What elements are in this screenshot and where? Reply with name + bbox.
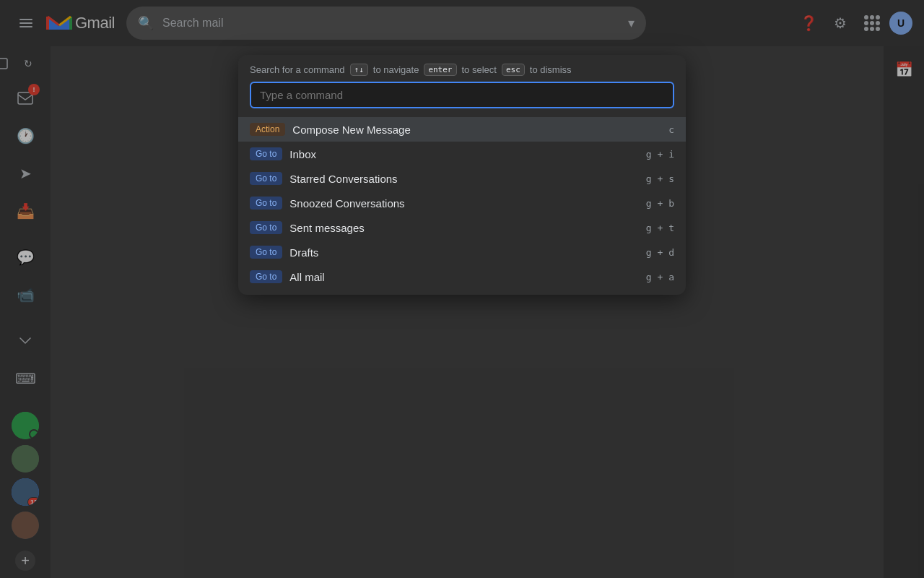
- dismiss-text: to dismiss: [530, 64, 572, 75]
- select-key: enter: [424, 64, 456, 76]
- command-item-label: Starred Conversations: [289, 173, 639, 185]
- command-item-shortcut: c: [668, 124, 674, 135]
- command-item-label: All mail: [289, 271, 639, 283]
- nav-key: ↑↓: [350, 64, 368, 76]
- select-text: to select: [462, 64, 497, 75]
- goto-tag: Go to: [250, 147, 282, 160]
- command-item-label: Inbox: [289, 148, 639, 160]
- command-item-shortcut: g + i: [646, 149, 674, 160]
- command-item[interactable]: Go toSent messagesg + t: [238, 215, 686, 240]
- command-item-shortcut: g + b: [646, 198, 674, 209]
- goto-tag: Go to: [250, 197, 282, 210]
- command-item[interactable]: Go toSnoozed Conversationsg + b: [238, 191, 686, 215]
- goto-tag: Go to: [250, 246, 282, 259]
- command-item-label: Snoozed Conversations: [289, 197, 639, 210]
- goto-tag: Go to: [250, 221, 282, 234]
- command-item-label: Compose New Message: [292, 124, 661, 136]
- command-item-label: Sent messages: [289, 222, 639, 234]
- dismiss-key: esc: [502, 64, 525, 76]
- goto-tag: Go to: [250, 270, 282, 283]
- command-item-shortcut: g + d: [646, 247, 674, 258]
- command-item[interactable]: Go toDraftsg + d: [238, 240, 686, 264]
- command-item-shortcut: g + a: [646, 272, 674, 282]
- command-item[interactable]: Go toStarred Conversationsg + s: [238, 166, 686, 191]
- command-item[interactable]: Go toAll mailg + a: [238, 264, 686, 289]
- command-item-label: Drafts: [289, 246, 639, 259]
- command-item-shortcut: g + t: [646, 223, 674, 233]
- command-item[interactable]: Go toInboxg + i: [238, 142, 686, 166]
- nav-text: to navigate: [373, 64, 419, 75]
- command-palette-header: Search for a command ↑↓ to navigate ente…: [238, 55, 686, 82]
- command-item-shortcut: g + s: [646, 173, 674, 184]
- command-list: ActionCompose New MessagecGo toInboxg + …: [238, 114, 686, 295]
- command-palette: Search for a command ↑↓ to navigate ente…: [238, 55, 686, 295]
- goto-tag: Go to: [250, 172, 282, 185]
- command-item[interactable]: ActionCompose New Messagec: [238, 117, 686, 142]
- action-tag: Action: [250, 123, 285, 136]
- command-search-input[interactable]: [250, 82, 674, 108]
- search-label: Search for a command: [250, 64, 345, 75]
